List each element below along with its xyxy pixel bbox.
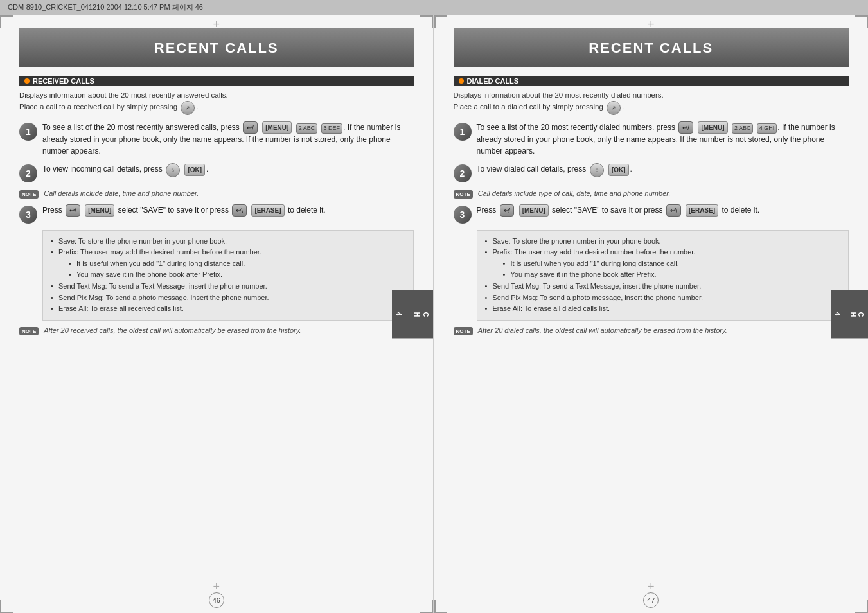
chapter-c-left: C bbox=[422, 312, 430, 317]
right-bullet-5: Erase All: To erase all dialed calls lis… bbox=[485, 303, 841, 315]
corner-br-left bbox=[420, 600, 433, 613]
section-dot-left bbox=[24, 78, 30, 84]
left-intro: Displays information about the 20 most r… bbox=[19, 90, 414, 115]
chapter-4-left: 4 bbox=[395, 312, 403, 316]
right-bullet-2a: It is useful when you add "1" during lon… bbox=[503, 258, 841, 270]
erase-label-left: [ERASE] bbox=[251, 204, 284, 217]
left-bullet-5: Erase All: To erase all received calls l… bbox=[51, 303, 405, 315]
right-page: + + RECENT CALLS DIALED CALLS Displays i… bbox=[434, 15, 869, 613]
menu-label-left-1: [MENU] bbox=[262, 121, 292, 134]
left-step-circle-3: 3 bbox=[19, 206, 37, 224]
ok-label-left: [OK] bbox=[184, 164, 205, 176]
right-note-2-badge: NOTE bbox=[454, 327, 473, 335]
right-page-title: RECENT CALLS bbox=[454, 40, 849, 57]
right-note-2-text: After 20 dialed calls, the oldest call w… bbox=[478, 326, 727, 335]
top-bar-text: CDM-8910_CRICKET_041210 2004.12.10 5:47 … bbox=[8, 3, 203, 11]
corner-br-right bbox=[855, 600, 868, 613]
left-step-circle-2: 2 bbox=[19, 164, 37, 182]
erase-label-right: [ERASE] bbox=[686, 204, 718, 217]
corner-tr-left bbox=[420, 15, 433, 28]
right-note-1-text: Call details include type of call, date,… bbox=[478, 189, 671, 199]
left-chapter-tab: C H 4 bbox=[392, 290, 433, 338]
menu-label-right-3: [MENU] bbox=[519, 204, 549, 217]
section-dot-right bbox=[459, 78, 464, 84]
right-bullet-box: Save: To store the phone number in your … bbox=[477, 230, 849, 321]
right-bullet-2b: You may save it in the phone book after … bbox=[503, 269, 841, 281]
left-bullet-box: Save: To store the phone number in your … bbox=[42, 230, 414, 321]
right-note-1-badge: NOTE bbox=[454, 190, 473, 199]
right-step-2-text: To view dialed call details, press ☆ [OK… bbox=[477, 163, 849, 177]
chapter-h-right: H bbox=[849, 312, 857, 317]
left-step-circle-1: 1 bbox=[19, 123, 37, 141]
left-step-2-text: To view incoming call details, press ☆ [… bbox=[42, 163, 414, 177]
left-intro-line1: Displays information about the 20 most r… bbox=[19, 91, 228, 99]
menu-key-left-3: ↩/ bbox=[66, 204, 80, 217]
right-intro-line1: Displays information about the 20 most r… bbox=[454, 91, 664, 99]
main-content: + + RECENT CALLS RECEIVED CALLS Displays… bbox=[0, 15, 868, 613]
right-bullet-list: Save: To store the phone number in your … bbox=[485, 236, 841, 315]
left-bullet-list: Save: To store the phone number in your … bbox=[51, 236, 405, 315]
right-bullet-1: Save: To store the phone number in your … bbox=[485, 236, 841, 247]
right-step-circle-3: 3 bbox=[454, 206, 472, 224]
right-section-label-text: DIALED CALLS bbox=[467, 77, 519, 85]
right-bullet-4: Send Pix Msg: To send a photo message, i… bbox=[485, 292, 841, 304]
key-2abc-right: 2 ABC bbox=[732, 123, 754, 134]
right-step-1: 1 To see a list of the 20 most recently … bbox=[454, 121, 849, 157]
menu-label-right-1: [MENU] bbox=[698, 121, 727, 134]
right-intro-line2: Place a call to a dialed call by simply … bbox=[454, 103, 603, 111]
left-intro-line2: Place a call to a received call by simpl… bbox=[19, 103, 177, 111]
chapter-spacer-right bbox=[842, 313, 849, 315]
corner-tl-right bbox=[434, 15, 447, 28]
send-key-icon-right: ↗ bbox=[607, 101, 621, 115]
right-intro: Displays information about the 20 most r… bbox=[454, 90, 849, 115]
chapter-spacer-left bbox=[404, 313, 412, 315]
left-bullet-2b: You may save it in the phone book after … bbox=[69, 269, 405, 281]
crosshair-top-right: + bbox=[648, 18, 655, 31]
right-page-header: RECENT CALLS bbox=[454, 28, 849, 67]
right-bullet-3: Send Text Msg: To send a Text Message, i… bbox=[485, 281, 841, 292]
left-bullet-4: Send Pix Msg: To send a photo message, i… bbox=[51, 292, 405, 304]
chapter-4-right: 4 bbox=[834, 312, 842, 316]
key-2abc-left: 2 ABC bbox=[296, 123, 318, 134]
chapter-h-left: H bbox=[413, 312, 421, 317]
left-section-label: RECEIVED CALLS bbox=[19, 76, 414, 86]
right-step-circle-2: 2 bbox=[454, 164, 472, 182]
left-step-2: 2 To view incoming call details, press ☆… bbox=[19, 163, 414, 182]
left-page-header: RECENT CALLS bbox=[19, 28, 414, 67]
right-bullet-2: Prefix: The user may add the desired num… bbox=[485, 247, 841, 281]
left-note-2-badge: NOTE bbox=[19, 327, 39, 335]
chapter-c-right: C bbox=[857, 312, 865, 317]
left-bullet-1: Save: To store the phone number in your … bbox=[51, 236, 405, 247]
crosshair-bottom-left: + bbox=[213, 580, 220, 594]
crosshair-bottom-right: + bbox=[648, 580, 655, 594]
right-note-1: NOTE Call details include type of call, … bbox=[454, 189, 849, 199]
left-note-2: NOTE After 20 received calls, the oldest… bbox=[19, 326, 414, 335]
right-step-2: 2 To view dialed call details, press ☆ [… bbox=[454, 163, 849, 182]
left-section-label-text: RECEIVED CALLS bbox=[33, 77, 94, 85]
ok-key-icon-left: ☆ bbox=[166, 163, 180, 177]
right-note-2: NOTE After 20 dialed calls, the oldest c… bbox=[454, 326, 849, 335]
left-step-1: 1 To see a list of the 20 most recently … bbox=[19, 121, 414, 157]
left-bullet-2a: It is useful when you add "1" during lon… bbox=[69, 258, 405, 270]
erase-key-right: ↩\ bbox=[666, 204, 681, 217]
right-chapter-tab: C H 4 bbox=[831, 290, 868, 338]
left-page-num-circle: 46 bbox=[209, 592, 224, 608]
right-section-label: DIALED CALLS bbox=[454, 76, 849, 86]
right-page-num-circle: 47 bbox=[643, 592, 659, 608]
right-step-3-text: Press ↩/ [MENU] select "SAVE" to save it… bbox=[477, 204, 849, 217]
menu-label-left-3: [MENU] bbox=[85, 204, 114, 217]
left-note-1-text: Call details include date, time and phon… bbox=[44, 189, 199, 199]
right-step-circle-1: 1 bbox=[454, 123, 472, 141]
left-note-1: NOTE Call details include date, time and… bbox=[19, 189, 414, 199]
crosshair-top-left: + bbox=[213, 18, 220, 31]
left-step-3-text: Press ↩/ [MENU] select "SAVE" to save it… bbox=[42, 204, 414, 217]
top-bar: CDM-8910_CRICKET_041210 2004.12.10 5:47 … bbox=[0, 0, 868, 15]
erase-key-left: ↩\ bbox=[232, 204, 247, 217]
left-step-1-text: To see a list of the 20 most recently an… bbox=[42, 121, 414, 157]
menu-key-right-1: ↩/ bbox=[678, 121, 693, 134]
left-bullet-3: Send Text Msg: To send a Text Message, i… bbox=[51, 281, 405, 292]
corner-bl-left bbox=[0, 600, 13, 613]
ok-label-right: [OK] bbox=[608, 164, 629, 176]
left-step-3: 3 Press ↩/ [MENU] select "SAVE" to save … bbox=[19, 204, 414, 224]
left-bullet-2: Prefix: The user may add the desired num… bbox=[51, 247, 405, 281]
